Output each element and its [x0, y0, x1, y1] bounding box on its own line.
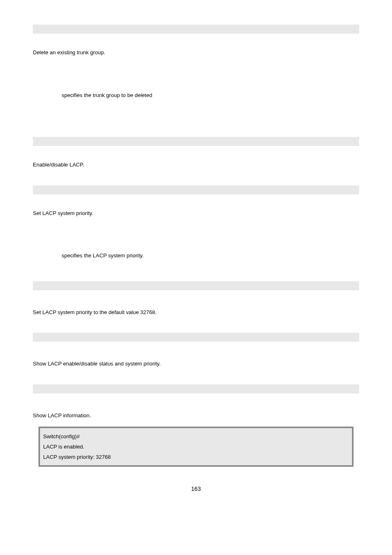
- section-header-bar: [33, 333, 359, 342]
- text-content: Set LACP system priority.: [33, 210, 93, 216]
- section-header-bar: [33, 185, 359, 194]
- body-text: Set LACP system priority.: [33, 209, 359, 217]
- text-content: Show LACP information.: [33, 412, 91, 419]
- code-example-box: Switch(config)# LACP is enabled. LACP sy…: [39, 427, 353, 467]
- body-text: Enable/disable LACP.: [33, 161, 359, 169]
- page-number-value: 163: [191, 486, 201, 492]
- section-header-bar: [33, 137, 359, 146]
- page-number: 163: [33, 486, 359, 492]
- body-text: Show LACP information.: [33, 412, 359, 420]
- body-text-indented: specifies the trunk group to be deleted: [33, 91, 359, 99]
- section-header-bar: [33, 281, 359, 290]
- body-text: Show LACP enable/disable status and syst…: [33, 360, 359, 368]
- text-content: Set LACP system priority to the default …: [33, 309, 157, 315]
- section-header-bar: [33, 25, 359, 34]
- body-text-indented: specifies the LACP system priority.: [33, 252, 359, 260]
- text-content: Enable/disable LACP.: [33, 162, 84, 168]
- text-content: Show LACP enable/disable status and syst…: [33, 361, 161, 367]
- body-text: Delete an existing trunk group.: [33, 49, 359, 57]
- body-text: Set LACP system priority to the default …: [33, 308, 359, 317]
- code-line: Switch(config)#: [43, 431, 349, 442]
- text-content: specifies the LACP system priority.: [62, 252, 144, 259]
- text-content: Delete an existing trunk group.: [33, 49, 105, 56]
- code-line: LACP system priority: 32768: [43, 452, 349, 462]
- code-line: LACP is enabled.: [43, 442, 349, 452]
- section-header-bar: [33, 384, 359, 393]
- text-content: specifies the trunk group to be deleted: [62, 92, 152, 98]
